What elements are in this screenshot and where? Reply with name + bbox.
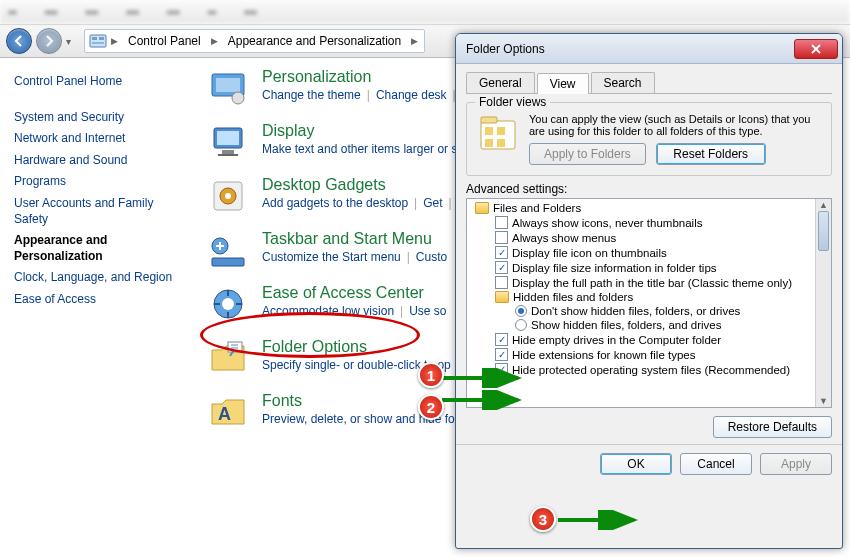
folder-options-dialog: Folder Options General View Search Folde…	[455, 33, 843, 549]
tree-checkbox-item[interactable]: Always show menus	[471, 230, 827, 245]
svg-rect-18	[228, 342, 242, 352]
checkbox[interactable]	[495, 333, 508, 346]
tree-radio-item[interactable]: Don't show hidden files, folders, or dri…	[471, 304, 827, 318]
category-icon	[208, 68, 248, 108]
category-link[interactable]: Custo	[416, 250, 447, 264]
svg-rect-27	[485, 139, 493, 147]
svg-point-6	[232, 92, 244, 104]
radio[interactable]	[515, 305, 527, 317]
checkbox[interactable]	[495, 261, 508, 274]
category-links: Make text and other items larger or s	[262, 142, 457, 156]
sidebar-item[interactable]: Programs	[14, 174, 176, 190]
apply-button[interactable]: Apply	[760, 453, 832, 475]
tree-label: Hide empty drives in the Computer folder	[512, 334, 721, 346]
category-link[interactable]: Get	[423, 196, 442, 210]
checkbox[interactable]	[495, 363, 508, 376]
close-button[interactable]	[794, 39, 838, 59]
tree-label: Display file icon on thumbnails	[512, 247, 667, 259]
app-menubar: ▪▪▪▪▪▪▪▪▪▪▪▪▪▪▪▪▪▪▪	[0, 0, 850, 24]
annotation-badge-2: 2	[418, 394, 444, 420]
checkbox[interactable]	[495, 216, 508, 229]
chevron-right-icon[interactable]: ▶	[209, 36, 220, 46]
tree-label: Display the full path in the title bar (…	[512, 277, 792, 289]
cancel-button[interactable]: Cancel	[680, 453, 752, 475]
category-title[interactable]: Folder Options	[262, 338, 451, 356]
sidebar-item[interactable]: Clock, Language, and Region	[14, 270, 176, 286]
restore-defaults-button[interactable]: Restore Defaults	[713, 416, 832, 438]
annotation-badge-1: 1	[418, 362, 444, 388]
forward-button[interactable]	[36, 28, 62, 54]
sidebar-item[interactable]: Hardware and Sound	[14, 153, 176, 169]
scroll-down-icon[interactable]: ▼	[816, 395, 831, 407]
checkbox[interactable]	[495, 276, 508, 289]
sidebar-item-active[interactable]: Appearance and Personalization	[14, 233, 176, 264]
svg-rect-10	[218, 154, 238, 156]
tab-search[interactable]: Search	[591, 72, 655, 93]
category-link[interactable]: Add gadgets to the desktop	[262, 196, 408, 210]
svg-rect-9	[222, 150, 234, 154]
tab-view[interactable]: View	[537, 73, 589, 94]
tree-radio-item[interactable]: Show hidden files, folders, and drives	[471, 318, 827, 332]
tree-checkbox-item[interactable]: Always show icons, never thumbnails	[471, 215, 827, 230]
apply-to-folders-button[interactable]: Apply to Folders	[529, 143, 646, 165]
svg-rect-28	[497, 139, 505, 147]
category-link[interactable]: Change desk	[376, 88, 447, 102]
svg-rect-26	[497, 127, 505, 135]
tree-checkbox-item[interactable]: Display file icon on thumbnails	[471, 245, 827, 260]
category-link[interactable]: Customize the Start menu	[262, 250, 401, 264]
svg-rect-25	[485, 127, 493, 135]
tree-label: Hide extensions for known file types	[512, 349, 695, 361]
sidebar-home[interactable]: Control Panel Home	[14, 74, 176, 90]
tree-checkbox-item[interactable]: Display the full path in the title bar (…	[471, 275, 827, 290]
ok-button[interactable]: OK	[600, 453, 672, 475]
breadcrumb-appearance[interactable]: Appearance and Personalization	[222, 34, 407, 48]
sidebar-item[interactable]: System and Security	[14, 110, 176, 126]
radio[interactable]	[515, 319, 527, 331]
category-link[interactable]: Accommodate low vision	[262, 304, 394, 318]
advanced-settings-tree[interactable]: Files and FoldersAlways show icons, neve…	[466, 198, 832, 408]
category-icon	[208, 284, 248, 324]
checkbox[interactable]	[495, 348, 508, 361]
reset-folders-button[interactable]: Reset Folders	[656, 143, 766, 165]
scrollbar[interactable]: ▲ ▼	[815, 199, 831, 407]
scroll-up-icon[interactable]: ▲	[816, 199, 831, 211]
sidebar-item[interactable]: Ease of Access	[14, 292, 176, 308]
tree-label: Display file size information in folder …	[512, 262, 717, 274]
category-link[interactable]: Change the theme	[262, 88, 361, 102]
tree-label: Files and Folders	[493, 202, 581, 214]
svg-point-17	[222, 298, 234, 310]
svg-rect-0	[90, 35, 106, 47]
category-link[interactable]: Make text and other items larger or s	[262, 142, 457, 156]
category-icon	[208, 338, 248, 378]
annotation-badge-3: 3	[530, 506, 556, 532]
category-title[interactable]: Display	[262, 122, 457, 140]
tree-label: Always show icons, never thumbnails	[512, 217, 702, 229]
category-link[interactable]: Use so	[409, 304, 446, 318]
checkbox[interactable]	[495, 231, 508, 244]
tree-label: Always show menus	[512, 232, 616, 244]
sidebar-item[interactable]: User Accounts and Family Safety	[14, 196, 176, 227]
history-dropdown-icon[interactable]: ▾	[66, 36, 80, 47]
folder-icon	[475, 202, 489, 214]
category-links: Customize the Start menu|Custo	[262, 250, 447, 264]
checkbox[interactable]	[495, 246, 508, 259]
dialog-footer: OK Cancel Apply	[456, 444, 842, 483]
breadcrumb[interactable]: ▶ Control Panel ▶ Appearance and Persona…	[84, 29, 425, 53]
tree-folder-root[interactable]: Files and Folders	[471, 201, 827, 215]
chevron-right-icon[interactable]: ▶	[109, 36, 120, 46]
chevron-right-icon[interactable]: ▶	[409, 36, 420, 46]
tree-checkbox-item[interactable]: Hide protected operating system files (R…	[471, 362, 827, 377]
tree-checkbox-item[interactable]: Display file size information in folder …	[471, 260, 827, 275]
category-title[interactable]: Taskbar and Start Menu	[262, 230, 447, 248]
tree-subfolder[interactable]: Hidden files and folders	[471, 290, 827, 304]
svg-rect-8	[217, 131, 239, 145]
tab-general[interactable]: General	[466, 72, 535, 93]
tree-checkbox-item[interactable]: Hide extensions for known file types	[471, 347, 827, 362]
sidebar-item[interactable]: Network and Internet	[14, 131, 176, 147]
category-title[interactable]: Ease of Access Center	[262, 284, 447, 302]
tree-checkbox-item[interactable]: Hide empty drives in the Computer folder	[471, 332, 827, 347]
breadcrumb-control-panel[interactable]: Control Panel	[122, 34, 207, 48]
scroll-thumb[interactable]	[818, 211, 829, 251]
category-links: Accommodate low vision|Use so	[262, 304, 447, 318]
back-button[interactable]	[6, 28, 32, 54]
